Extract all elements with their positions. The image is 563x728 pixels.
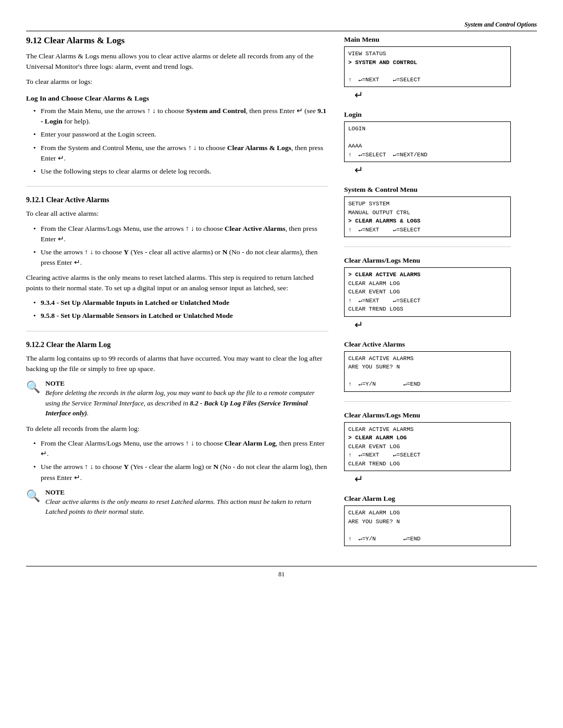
- note-text-2: Clear active alarms is the only means to…: [45, 497, 328, 517]
- login-panel: Login LOGIN AAAA ↑ ↵=SELECT ↵=NEXT/END ↵: [344, 110, 511, 176]
- section-9121-title: 9.12.1 Clear Active Alarms: [26, 196, 328, 204]
- arrow-down-icon: ↵: [354, 473, 511, 485]
- page-number: 81: [278, 571, 285, 578]
- main-menu-screen: VIEW STATUS > SYSTEM AND CONTROL ↑ ↵=NEX…: [344, 46, 511, 87]
- list-item: Use the arrows ↑ ↓ to choose Y (Yes - cl…: [35, 462, 328, 483]
- screen-line: CLEAR ACTIVE ALARMS: [348, 354, 507, 363]
- screen-line: AAAA: [348, 142, 507, 151]
- clear-alarms-logs-label-2: Clear Alarms/Logs Menu: [344, 411, 511, 419]
- list-item: Enter your password at the Login screen.: [35, 129, 328, 140]
- screen-line: CLEAR EVENT LOG: [348, 442, 507, 451]
- arrow-down-icon: ↵: [354, 318, 511, 331]
- screen-line: ↑ ↵=Y/N ↵=END: [348, 535, 507, 544]
- page-footer: 81: [26, 566, 537, 578]
- section-912-title: 9.12 Clear Alarms & Logs: [26, 35, 328, 46]
- section-9122-title: 9.12.2 Clear the Alarm Log: [26, 341, 328, 349]
- list-item: From the Main Menu, use the arrows ↑ ↓ t…: [35, 106, 328, 127]
- section-9121-intro: To clear all active alarms:: [26, 208, 328, 219]
- screen-line: [348, 372, 507, 380]
- screen-line: SETUP SYSTEM: [348, 200, 507, 208]
- screen-line: VIEW STATUS: [348, 50, 507, 58]
- note-icon-1: 🔍: [26, 380, 40, 418]
- screen-line: ↑ ↵=NEXT ↵=SELECT: [348, 226, 507, 235]
- clear-alarms-logs-screen-1: > CLEAR ACTIVE ALARMS CLEAR ALARM LOG CL…: [344, 267, 511, 317]
- screen-line: ↑ ↵=NEXT ↵=SELECT: [348, 297, 507, 305]
- syscontrol-panel: System & Control Menu SETUP SYSTEM MANUA…: [344, 186, 511, 237]
- syscontrol-label: System & Control Menu: [344, 186, 511, 194]
- screen-line: > CLEAR ALARMS & LOGS: [348, 217, 507, 226]
- section-912-steps: From the Main Menu, use the arrows ↑ ↓ t…: [35, 106, 328, 177]
- section-9122-intro: The alarm log contains up to 99 records …: [26, 353, 328, 375]
- screen-line: LOGIN: [348, 125, 507, 133]
- screen-line: CLEAR ACTIVE ALARMS: [348, 425, 507, 434]
- note-box-1: 🔍 NOTE Before deleting the records in th…: [26, 379, 328, 418]
- clear-active-alarms-panel: Clear Active Alarms CLEAR ACTIVE ALARMS …: [344, 340, 511, 392]
- note-label-1: NOTE: [45, 379, 328, 388]
- section-9121-note: Clearing active alarms is the only means…: [26, 273, 328, 294]
- screen-line: CLEAR ALARM LOG: [348, 279, 507, 288]
- login-screen: LOGIN AAAA ↑ ↵=SELECT ↵=NEXT/END: [344, 121, 511, 162]
- clear-alarms-logs-label-1: Clear Alarms/Logs Menu: [344, 256, 511, 265]
- screen-line: > CLEAR ALARM LOG: [348, 434, 507, 442]
- clear-alarms-logs-screen-2: CLEAR ACTIVE ALARMS > CLEAR ALARM LOG CL…: [344, 422, 511, 472]
- section-9121-steps: From the Clear Alarms/Logs Menu, use the…: [35, 224, 328, 268]
- syscontrol-screen: SETUP SYSTEM MANUAL OUTPUT CTRL > CLEAR …: [344, 196, 511, 237]
- page: System and Control Options 9.12 Clear Al…: [0, 0, 563, 728]
- note-label-2: NOTE: [45, 488, 328, 497]
- screen-line: CLEAR TREND LOG: [348, 460, 507, 468]
- page-header: System and Control Options: [26, 21, 537, 31]
- screen-line: [348, 67, 507, 76]
- screen-line: ↑ ↵=Y/N ↵=END: [348, 380, 507, 389]
- step-heading-912: Log In and Choose Clear Alarms & Logs: [26, 94, 328, 103]
- screen-line: ↑ ↵=SELECT ↵=NEXT/END: [348, 151, 507, 159]
- screen-line: [348, 133, 507, 142]
- list-item: 9.5.8 - Set Up Alarmable Sensors in Latc…: [35, 311, 328, 321]
- right-column: Main Menu VIEW STATUS > SYSTEM AND CONTR…: [344, 35, 511, 556]
- screen-line: > SYSTEM AND CONTROL: [348, 58, 507, 67]
- arrow-down-icon: ↵: [354, 164, 511, 176]
- screen-line: CLEAR TREND LOGS: [348, 305, 507, 314]
- clear-active-alarms-screen: CLEAR ACTIVE ALARMS ARE YOU SURE? N ↑ ↵=…: [344, 351, 511, 392]
- list-item: From the System and Control Menu, use th…: [35, 143, 328, 164]
- section-912-intro: The Clear Alarms & Logs menu allows you …: [26, 51, 328, 72]
- main-menu-panel: Main Menu VIEW STATUS > SYSTEM AND CONTR…: [344, 35, 511, 101]
- clear-alarm-log-panel: Clear Alarm Log CLEAR ALARM LOG ARE YOU …: [344, 495, 511, 546]
- screen-line: [348, 526, 507, 535]
- clear-alarm-log-label: Clear Alarm Log: [344, 495, 511, 503]
- note-content-1: NOTE Before deleting the records in the …: [45, 379, 328, 418]
- note-icon-2: 🔍: [26, 489, 40, 517]
- list-item: 9.3.4 - Set Up Alarmable Inputs in Latch…: [35, 298, 328, 308]
- screen-line: > CLEAR ACTIVE ALARMS: [348, 270, 507, 279]
- main-menu-label: Main Menu: [344, 35, 511, 44]
- clear-active-alarms-label: Clear Active Alarms: [344, 340, 511, 349]
- header-title: System and Control Options: [464, 21, 537, 28]
- clear-alarms-logs-panel-2: Clear Alarms/Logs Menu CLEAR ACTIVE ALAR…: [344, 411, 511, 486]
- screen-line: ↑ ↵=NEXT ↵=SELECT: [348, 76, 507, 84]
- screen-line: ARE YOU SURE? N: [348, 517, 507, 526]
- left-column: 9.12 Clear Alarms & Logs The Clear Alarm…: [26, 35, 328, 556]
- screen-line: ARE YOU SURE? N: [348, 363, 507, 372]
- list-item: From the Clear Alarms/Logs Menu, use the…: [35, 438, 328, 460]
- screen-line: MANUAL OUTPUT CTRL: [348, 208, 507, 217]
- screen-line: CLEAR EVENT LOG: [348, 288, 507, 297]
- section-912-to-clear: To clear alarms or logs:: [26, 77, 328, 87]
- list-item: Use the arrows ↑ ↓ to choose Y (Yes - cl…: [35, 247, 328, 268]
- list-item: From the Clear Alarms/Logs Menu, use the…: [35, 224, 328, 245]
- clear-alarms-logs-panel-1: Clear Alarms/Logs Menu > CLEAR ACTIVE AL…: [344, 256, 511, 331]
- section-9122-steps: From the Clear Alarms/Logs Menu, use the…: [35, 438, 328, 483]
- list-item: Use the following steps to clear alarms …: [35, 166, 328, 177]
- arrow-down-icon: ↵: [354, 89, 511, 101]
- note-box-2: 🔍 NOTE Clear active alarms is the only m…: [26, 488, 328, 517]
- section-9121-refs: 9.3.4 - Set Up Alarmable Inputs in Latch…: [35, 298, 328, 322]
- screen-line: CLEAR ALARM LOG: [348, 509, 507, 517]
- note-text-1: Before deleting the records in the alarm…: [45, 388, 328, 418]
- note-content-2: NOTE Clear active alarms is the only mea…: [45, 488, 328, 517]
- screen-line: ↑ ↵=NEXT ↵=SELECT: [348, 451, 507, 460]
- login-label: Login: [344, 110, 511, 119]
- section-9122-to-delete: To delete all records from the alarm log…: [26, 424, 328, 434]
- clear-alarm-log-screen: CLEAR ALARM LOG ARE YOU SURE? N ↑ ↵=Y/N …: [344, 505, 511, 546]
